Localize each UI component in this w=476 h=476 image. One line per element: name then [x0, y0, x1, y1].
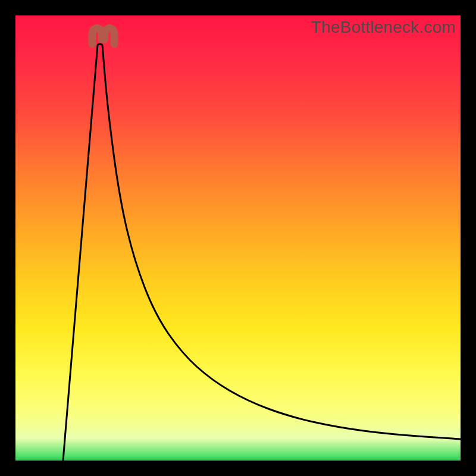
optimum-marker: [92, 28, 114, 44]
curve-path: [63, 44, 461, 461]
watermark-text: TheBottleneck.com: [311, 18, 456, 37]
plot-area: TheBottleneck.com: [15, 15, 461, 461]
chart-frame: TheBottleneck.com: [0, 0, 476, 476]
bottleneck-curve: [15, 15, 461, 461]
